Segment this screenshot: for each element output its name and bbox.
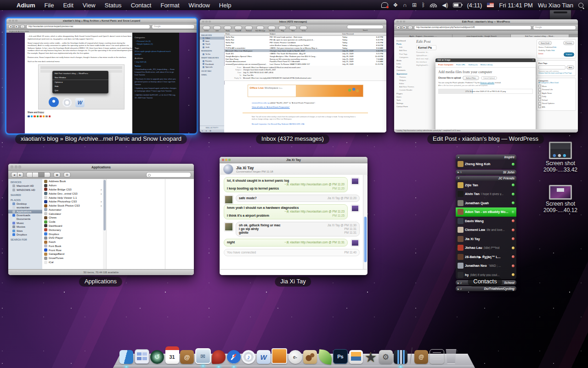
- expose-label-wordpress: Edit Post ‹ xiaotian's blog — WordPress: [427, 134, 544, 144]
- battery-time: (4:11): [467, 2, 482, 9]
- spaces[interactable]: [135, 349, 149, 364]
- message-meta: PM 11:25: [333, 214, 345, 217]
- mail-row: Stella Rae FW: SG wool trade partner - H…: [224, 36, 386, 39]
- photoshop[interactable]: Ps: [333, 349, 348, 364]
- dropbox-icon[interactable]: ❖: [393, 2, 398, 8]
- parallels[interactable]: [394, 350, 407, 364]
- time-machine[interactable]: ↺: [150, 350, 164, 364]
- menu-item[interactable]: Status: [100, 2, 126, 9]
- message-group: oh ok. gdluck fixing ur mac Jia Xi Tay @…: [224, 222, 360, 236]
- running-indicator: [399, 366, 402, 368]
- wp-sidebar-item: Users: [396, 95, 418, 98]
- app-name: Dashboard: [49, 224, 62, 227]
- address-book[interactable]: @: [180, 350, 194, 364]
- menu-item[interactable]: Contact: [126, 2, 156, 9]
- app-icon: [44, 204, 47, 207]
- icon-view-button: [26, 172, 33, 178]
- stack-files[interactable]: [430, 349, 444, 364]
- menu-item[interactable]: Format: [156, 2, 184, 9]
- headphones-icon[interactable]: ∩: [403, 2, 407, 8]
- adium[interactable]: [212, 350, 226, 364]
- expose-label-mail: Inbox (4372 messages): [256, 134, 329, 144]
- window-safari-blog[interactable]: xiaotian's blog » Blog Archive » Kernel …: [6, 18, 197, 133]
- group-name: JC Friends: [498, 177, 514, 180]
- ical[interactable]: 31: [165, 346, 179, 364]
- system-preferences[interactable]: ⚙: [379, 350, 393, 364]
- volume-icon[interactable]: ◀): [442, 2, 448, 8]
- spotlight-icon[interactable]: [578, 3, 583, 8]
- desktop-icon-device[interactable]: [550, 9, 571, 20]
- tags-input: [538, 65, 565, 69]
- iphoto[interactable]: [349, 350, 363, 364]
- window-adium-chat[interactable]: Jia Xi Tay Jia Xi Tay Conversation began…: [220, 157, 368, 275]
- growl-icon[interactable]: ⊞: [412, 2, 417, 8]
- contact-group-header: ▶ 1 St John: [456, 170, 516, 175]
- application-item: Calculator: [42, 212, 103, 216]
- bluetooth-icon[interactable]: ᛒ: [422, 2, 425, 8]
- menu-item[interactable]: Edit: [58, 2, 78, 9]
- traffic-lights: [202, 21, 211, 23]
- battery-icon[interactable]: [453, 3, 462, 7]
- menu-item[interactable]: Help: [215, 2, 236, 9]
- window-finder-applications[interactable]: Applications ◀▶ ◉ ⚙ DEVICES Macintosh HD…: [8, 164, 194, 275]
- menu-item[interactable]: Adium: [12, 2, 40, 9]
- toolbar-button: Note: [289, 26, 297, 32]
- ebuddy[interactable]: e-: [288, 350, 302, 364]
- wifi-icon[interactable]: [430, 3, 437, 7]
- wp-sidebar-item: Contact Form: [396, 105, 418, 108]
- finder[interactable]: [119, 350, 133, 364]
- mailbox-section-title: GMAIL: [200, 73, 224, 77]
- app-name: Chess: [49, 216, 57, 219]
- menu-item[interactable]: Window: [184, 2, 215, 9]
- app-icon: [44, 212, 47, 215]
- itunes[interactable]: ♪: [242, 350, 255, 364]
- word[interactable]: W: [257, 350, 271, 364]
- mail-time: 3:21 PM: [367, 52, 385, 55]
- input-language-flag-icon[interactable]: [487, 3, 494, 7]
- desktop-icon-screenshot-1[interactable]: Screen shot2009-....33.42: [541, 142, 580, 173]
- keynote[interactable]: [271, 348, 287, 364]
- share-heading: Share and Enjoy:: [28, 111, 135, 114]
- app-name: iCal: [49, 261, 53, 264]
- app-icon: [44, 192, 47, 195]
- toolbar-button-capsule: [224, 26, 232, 30]
- toolbar-button-label: Note: [291, 30, 294, 32]
- window-mail-inbox[interactable]: Inbox (4372 messages) Delete Junk Reply …: [200, 19, 386, 132]
- sender-email-link: xxxxxx@nus.edu.sg: [252, 102, 269, 104]
- incoming-avatar: [225, 223, 233, 231]
- coda[interactable]: [318, 350, 332, 364]
- mail-time: 6:41 PM: [367, 39, 385, 41]
- mail-time: 8:00 AM: [367, 47, 385, 49]
- mailbox-icon: [203, 60, 204, 62]
- mail-from: Parallels Announcement: [226, 60, 270, 63]
- contact-avatar: [458, 236, 464, 242]
- contact-avatar: [458, 161, 464, 167]
- status-dot: [512, 273, 514, 276]
- stack-documents[interactable]: @: [414, 350, 428, 364]
- contact-status-message: (Idle) if only you coul...: [470, 273, 510, 276]
- desktop-icon-screenshot-2[interactable]: Screen shot2009-....40.12: [541, 185, 580, 214]
- adium-status-icon[interactable]: [381, 2, 388, 8]
- safari[interactable]: [227, 350, 241, 364]
- wp-sidebar-item: Editor: [396, 82, 418, 85]
- menu-item[interactable]: View: [78, 2, 100, 9]
- window-safari-wordpress[interactable]: Edit Post ‹ xiaotian's blog — WordPress …: [394, 19, 578, 132]
- trash[interactable]: [445, 349, 457, 364]
- disclosure-arrow: ▸: [101, 204, 102, 207]
- application-item: DVD Player: [42, 236, 103, 240]
- dock-separator[interactable]: [409, 347, 413, 364]
- star-app[interactable]: ★: [364, 350, 378, 364]
- finder-toolbar: ◀▶ ◉ ⚙: [8, 171, 194, 179]
- menu-clock[interactable]: Fri 11:41 PM: [499, 2, 532, 9]
- screenshot-thumbnail: [549, 142, 572, 159]
- fetch[interactable]: [303, 350, 317, 364]
- mailbox-icon: [203, 66, 204, 68]
- window-adium-contacts[interactable]: ▼ Inspire Zheng Ning Koh: [456, 155, 516, 292]
- menu-item[interactable]: File: [40, 2, 58, 9]
- tweet-item: • Updating snow leopard again and furthe…: [135, 87, 177, 92]
- user-menu[interactable]: Wu Xiao Tian: [538, 2, 573, 9]
- checkbox: [538, 95, 541, 98]
- window-title: Edit Post ‹ xiaotian's blog — WordPress: [394, 20, 578, 23]
- sidebar-section-title: PLACES: [8, 197, 42, 202]
- mail[interactable]: ✉: [195, 348, 211, 364]
